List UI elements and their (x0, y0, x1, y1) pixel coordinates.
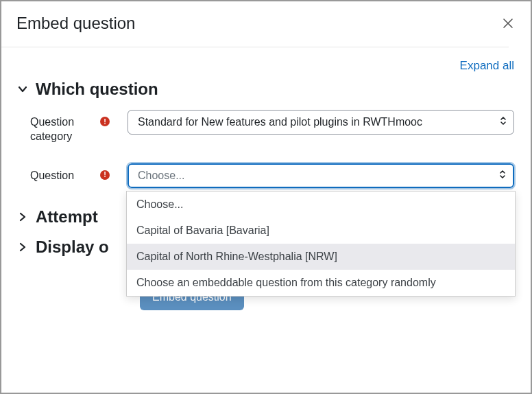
modal-header: Embed question (16, 14, 516, 47)
section-which-question[interactable]: Which question (18, 80, 514, 99)
dropdown-option[interactable]: Choose... (127, 192, 515, 218)
dropdown-option[interactable]: Choose an embeddable question from this … (127, 270, 515, 296)
modal-title: Embed question (16, 14, 135, 33)
required-marker: ! (100, 110, 128, 126)
select-question-wrap: Choose... Choose... Capital of Bavaria [… (128, 163, 514, 188)
exclamation-icon: ! (100, 170, 110, 180)
section-title-which-question: Which question (36, 80, 158, 99)
select-question-value: Choose... (138, 170, 184, 181)
expand-all-link[interactable]: Expand all (460, 59, 514, 72)
header-divider (1, 47, 509, 47)
updown-caret-icon (499, 170, 506, 182)
modal-content: Expand all Which question Question categ… (1, 47, 531, 310)
expand-all-row: Expand all (18, 59, 514, 73)
select-question-category-value: Standard for New features and pilot plug… (138, 116, 422, 128)
select-question-category-wrap: Standard for New features and pilot plug… (128, 110, 514, 135)
modal-body: Embed question (1, 1, 531, 47)
row-question-category: Question category ! Standard for New fea… (18, 110, 514, 144)
chevron-right-icon (18, 212, 27, 222)
section-title-display: Display o (36, 237, 109, 257)
row-question: Question ! Choose... Choose... Capital o… (18, 163, 514, 188)
dropdown-option[interactable]: Capital of North Rhine-Westphalia [NRW] (127, 244, 515, 270)
chevron-right-icon (18, 242, 27, 252)
select-question[interactable]: Choose... (128, 163, 514, 188)
exclamation-icon: ! (100, 117, 110, 126)
updown-caret-icon (500, 116, 507, 128)
select-question-category[interactable]: Standard for New features and pilot plug… (128, 110, 514, 135)
label-question-category: Question category (30, 110, 100, 144)
close-icon[interactable] (500, 14, 516, 33)
required-marker: ! (100, 163, 128, 180)
dropdown-question: Choose... Capital of Bavaria [Bavaria] C… (126, 191, 516, 297)
label-question: Question (30, 163, 100, 183)
dropdown-option[interactable]: Capital of Bavaria [Bavaria] (127, 218, 515, 244)
chevron-down-icon (18, 84, 27, 94)
modal-frame: Embed question Expand all Which question… (0, 0, 532, 394)
section-title-attempt: Attempt (36, 207, 98, 227)
